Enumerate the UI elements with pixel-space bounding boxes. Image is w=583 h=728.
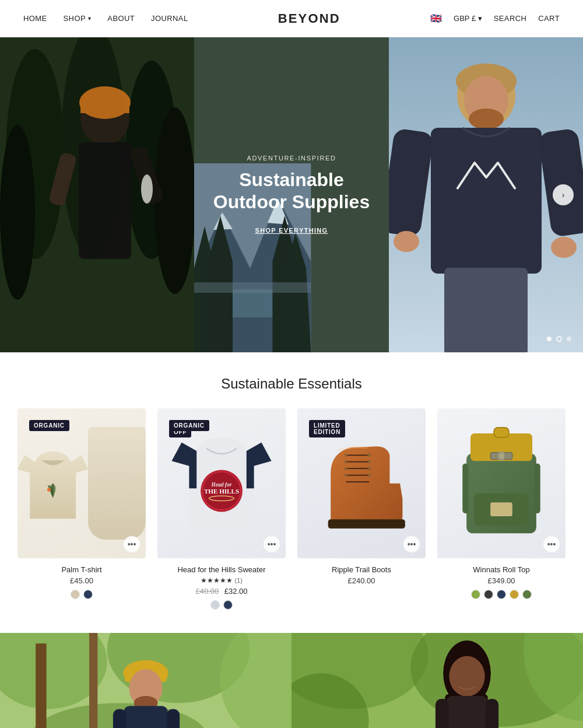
product-name-3: Ripple Trail Boots [297,565,426,574]
product-menu-hills-sweater[interactable]: ••• [264,536,280,552]
svg-rect-73 [36,643,46,728]
badge-organic-1: ORGANIC [29,420,69,431]
svg-rect-9 [79,142,131,259]
product-card-boots[interactable]: LIMITED EDITION [297,408,426,610]
hero-title: Sustainable Outdoor Supplies [206,169,377,214]
product-card-backpack[interactable]: ••• Winnats Roll Top £349.00 [437,408,566,610]
currency-selector[interactable]: GBP £ ▾ [454,14,482,23]
site-logo: BEYOND [188,11,431,26]
nav-left: HOME SHOP ▾ ABOUT JOURNAL [23,14,188,23]
price-new-2: £32.00 [224,587,248,596]
svg-rect-91 [446,696,487,728]
product-grid: ORGANIC [0,408,583,633]
backpack-illustration [450,424,553,543]
swatches-4 [437,590,566,599]
swatch-navy-3[interactable] [497,590,506,599]
product-name-1: Palm T-shirt [17,565,146,574]
price-old-2: £40.00 [195,587,219,596]
svg-point-11 [141,174,153,204]
svg-point-4 [0,125,35,300]
product-price-4: £349.00 [437,576,566,585]
product-price-2: £40.00 £32.00 [157,587,286,596]
swatch-mustard[interactable] [510,590,519,599]
product-price-1: £45.00 [17,576,146,585]
product-image-backpack: ••• [437,408,566,558]
chevron-down-icon: ▾ [88,15,91,22]
swatch-dark-green[interactable] [522,590,532,599]
nav-about[interactable]: ABOUT [107,14,135,23]
badge-organic-2: ORGANIC [169,420,209,431]
product-card-hills-sweater[interactable]: 20% OFF ORGANIC Head for THE HILLS [157,408,286,610]
svg-point-54 [345,467,347,470]
svg-rect-29 [431,128,542,274]
hero-subtitle: ADVENTURE-INSPIRED [206,155,377,162]
swatch-green[interactable] [471,590,480,599]
hero-slider: ADVENTURE-INSPIRED Sustainable Outdoor S… [0,37,583,352]
svg-rect-34 [444,268,528,352]
product-image-boots: LIMITED EDITION [297,408,426,558]
swatch-black[interactable] [484,590,493,599]
svg-point-52 [345,460,347,463]
svg-rect-80 [113,709,126,728]
slider-dot-3[interactable] [567,337,571,341]
svg-point-36 [47,488,51,491]
product-image-palm-tshirt: ORGANIC [17,408,146,558]
product-menu-backpack[interactable]: ••• [543,536,560,552]
svg-rect-43 [328,521,405,523]
section-title: Sustainable Essentials [0,352,583,408]
svg-rect-74 [89,633,97,728]
swatch-grey[interactable] [210,600,220,610]
slider-dot-2[interactable] [556,336,562,342]
nav-right: 🇬🇧 GBP £ ▾ SEARCH CART [430,13,560,24]
tshirt-illustration [17,424,88,543]
product-stars-2: ★★★★★ (1) [157,576,286,584]
nav-shop[interactable]: SHOP ▾ [64,14,92,23]
product-card-palm-tshirt[interactable]: ORGANIC [17,408,146,610]
svg-rect-60 [494,428,509,438]
product-menu-palm-tshirt[interactable]: ••• [124,536,140,552]
bottom-panel-left[interactable] [0,633,292,728]
slider-next-button[interactable]: › [553,184,574,205]
product-name-2: Head for the Hills Sweater [157,565,286,574]
hero-cta-button[interactable]: SHOP EVERYTHING [255,227,328,234]
slider-dot-1[interactable] [547,337,552,341]
sweater-illustration: Head for THE HILLS [170,424,273,543]
nav-cart[interactable]: CART [538,14,560,23]
svg-rect-92 [436,699,448,728]
review-count-2: (1) [234,577,242,584]
svg-point-33 [551,237,577,258]
currency-chevron: ▾ [478,14,482,23]
svg-rect-93 [486,699,498,728]
flag-icon: 🇬🇧 [430,13,442,24]
nav-search[interactable]: SEARCH [494,14,527,23]
svg-point-67 [499,453,504,459]
hero-panel-center: ADVENTURE-INSPIRED Sustainable Outdoor S… [194,37,388,352]
svg-point-90 [449,656,484,696]
svg-point-28 [469,108,504,130]
svg-point-51 [368,453,371,456]
svg-rect-66 [490,502,512,516]
svg-rect-79 [124,706,168,728]
svg-rect-62 [534,463,540,513]
boots-illustration [310,424,413,543]
svg-point-53 [368,460,371,463]
swatches-2 [157,600,286,610]
swatch-navy[interactable] [83,590,93,599]
nav-home[interactable]: HOME [23,14,47,23]
product-price-3: £240.00 [297,576,426,585]
swatch-navy-2[interactable] [223,600,233,610]
product-menu-boots[interactable]: ••• [403,536,420,552]
nav-journal[interactable]: JOURNAL [151,14,188,23]
svg-point-56 [345,474,347,477]
svg-point-71 [220,633,292,728]
navigation: HOME SHOP ▾ ABOUT JOURNAL BEYOND 🇬🇧 GBP … [0,0,583,37]
bottom-panel-right[interactable] [292,633,583,728]
svg-text:Head for: Head for [211,481,232,487]
svg-point-50 [345,453,347,456]
swatch-beige[interactable] [71,590,80,599]
svg-point-55 [368,467,371,470]
svg-rect-81 [167,709,180,728]
left-scene [0,37,194,352]
svg-rect-8 [80,103,129,113]
svg-rect-22 [194,282,311,293]
